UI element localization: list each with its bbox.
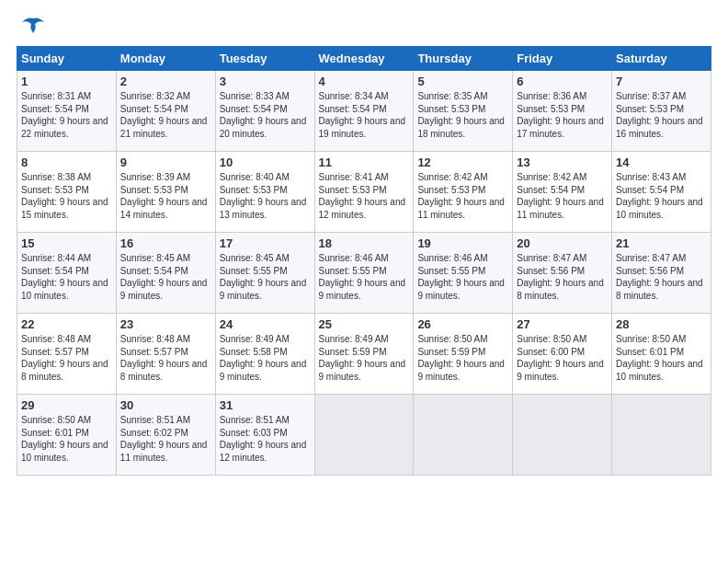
cell-details: Sunrise: 8:31 AMSunset: 5:54 PMDaylight:… xyxy=(21,91,108,139)
calendar-week-2: 8 Sunrise: 8:38 AMSunset: 5:53 PMDayligh… xyxy=(17,152,711,233)
cell-details: Sunrise: 8:39 AMSunset: 5:53 PMDaylight:… xyxy=(120,172,208,220)
day-number: 13 xyxy=(517,155,608,169)
header-row: SundayMondayTuesdayWednesdayThursdayFrid… xyxy=(17,47,711,71)
cell-details: Sunrise: 8:47 AMSunset: 5:56 PMDaylight:… xyxy=(616,253,703,301)
cell-details: Sunrise: 8:42 AMSunset: 5:53 PMDaylight:… xyxy=(417,172,505,220)
day-number: 31 xyxy=(220,398,311,412)
day-number: 19 xyxy=(417,236,508,250)
day-number: 8 xyxy=(21,155,112,169)
cell-details: Sunrise: 8:47 AMSunset: 5:56 PMDaylight:… xyxy=(517,253,604,301)
cell-details: Sunrise: 8:41 AMSunset: 5:53 PMDaylight:… xyxy=(319,172,406,220)
header-day-thursday: Thursday xyxy=(414,47,513,71)
cell-details: Sunrise: 8:32 AMSunset: 5:54 PMDaylight:… xyxy=(120,91,208,139)
cell-details: Sunrise: 8:45 AMSunset: 5:54 PMDaylight:… xyxy=(120,253,208,301)
cell-details: Sunrise: 8:50 AMSunset: 6:00 PMDaylight:… xyxy=(517,334,604,382)
cell-details: Sunrise: 8:38 AMSunset: 5:53 PMDaylight:… xyxy=(21,172,108,220)
calendar-cell: 8 Sunrise: 8:38 AMSunset: 5:53 PMDayligh… xyxy=(17,152,117,233)
day-number: 4 xyxy=(319,75,410,88)
calendar-cell: 5 Sunrise: 8:35 AMSunset: 5:53 PMDayligh… xyxy=(414,71,513,152)
calendar-cell xyxy=(314,395,414,476)
calendar-cell: 13 Sunrise: 8:42 AMSunset: 5:54 PMDaylig… xyxy=(513,152,612,233)
day-number: 1 xyxy=(21,75,112,88)
calendar-cell: 1 Sunrise: 8:31 AMSunset: 5:54 PMDayligh… xyxy=(17,71,117,152)
cell-details: Sunrise: 8:46 AMSunset: 5:55 PMDaylight:… xyxy=(319,253,406,301)
cell-details: Sunrise: 8:48 AMSunset: 5:57 PMDaylight:… xyxy=(21,334,108,382)
cell-details: Sunrise: 8:51 AMSunset: 6:02 PMDaylight:… xyxy=(120,415,208,463)
calendar-cell: 24 Sunrise: 8:49 AMSunset: 5:58 PMDaylig… xyxy=(215,314,314,395)
cell-details: Sunrise: 8:42 AMSunset: 5:54 PMDaylight:… xyxy=(517,172,604,220)
calendar-cell: 26 Sunrise: 8:50 AMSunset: 5:59 PMDaylig… xyxy=(414,314,513,395)
calendar-cell: 10 Sunrise: 8:40 AMSunset: 5:53 PMDaylig… xyxy=(215,152,314,233)
day-number: 14 xyxy=(616,155,707,169)
calendar-cell xyxy=(612,395,711,476)
header-day-tuesday: Tuesday xyxy=(215,47,314,71)
calendar-cell: 4 Sunrise: 8:34 AMSunset: 5:54 PMDayligh… xyxy=(314,71,414,152)
cell-details: Sunrise: 8:49 AMSunset: 5:59 PMDaylight:… xyxy=(319,334,406,382)
calendar-table: SundayMondayTuesdayWednesdayThursdayFrid… xyxy=(17,46,711,476)
calendar-week-5: 29 Sunrise: 8:50 AMSunset: 6:01 PMDaylig… xyxy=(17,395,711,476)
day-number: 22 xyxy=(21,317,112,331)
day-number: 24 xyxy=(220,317,311,331)
calendar-cell: 14 Sunrise: 8:43 AMSunset: 5:54 PMDaylig… xyxy=(612,152,711,233)
day-number: 9 xyxy=(120,155,211,169)
calendar-cell: 23 Sunrise: 8:48 AMSunset: 5:57 PMDaylig… xyxy=(116,314,215,395)
calendar-cell: 19 Sunrise: 8:46 AMSunset: 5:55 PMDaylig… xyxy=(414,233,513,314)
page-container: SundayMondayTuesdayWednesdayThursdayFrid… xyxy=(0,0,728,485)
calendar-cell: 7 Sunrise: 8:37 AMSunset: 5:53 PMDayligh… xyxy=(612,71,711,152)
cell-details: Sunrise: 8:45 AMSunset: 5:55 PMDaylight:… xyxy=(220,253,307,301)
calendar-cell: 30 Sunrise: 8:51 AMSunset: 6:02 PMDaylig… xyxy=(116,395,215,476)
cell-details: Sunrise: 8:43 AMSunset: 5:54 PMDaylight:… xyxy=(616,172,703,220)
cell-details: Sunrise: 8:37 AMSunset: 5:53 PMDaylight:… xyxy=(616,91,703,139)
calendar-cell: 17 Sunrise: 8:45 AMSunset: 5:55 PMDaylig… xyxy=(215,233,314,314)
calendar-cell: 3 Sunrise: 8:33 AMSunset: 5:54 PMDayligh… xyxy=(215,71,314,152)
calendar-cell: 21 Sunrise: 8:47 AMSunset: 5:56 PMDaylig… xyxy=(612,233,711,314)
day-number: 21 xyxy=(616,236,707,250)
cell-details: Sunrise: 8:51 AMSunset: 6:03 PMDaylight:… xyxy=(220,415,307,463)
day-number: 7 xyxy=(616,75,707,88)
cell-details: Sunrise: 8:46 AMSunset: 5:55 PMDaylight:… xyxy=(417,253,505,301)
calendar-cell: 28 Sunrise: 8:50 AMSunset: 6:01 PMDaylig… xyxy=(612,314,711,395)
cell-details: Sunrise: 8:49 AMSunset: 5:58 PMDaylight:… xyxy=(220,334,307,382)
header-day-wednesday: Wednesday xyxy=(314,47,414,71)
calendar-cell: 29 Sunrise: 8:50 AMSunset: 6:01 PMDaylig… xyxy=(17,395,117,476)
day-number: 23 xyxy=(120,317,211,331)
day-number: 16 xyxy=(120,236,211,250)
calendar-cell: 18 Sunrise: 8:46 AMSunset: 5:55 PMDaylig… xyxy=(314,233,414,314)
calendar-cell: 16 Sunrise: 8:45 AMSunset: 5:54 PMDaylig… xyxy=(116,233,215,314)
calendar-cell: 15 Sunrise: 8:44 AMSunset: 5:54 PMDaylig… xyxy=(17,233,117,314)
calendar-week-4: 22 Sunrise: 8:48 AMSunset: 5:57 PMDaylig… xyxy=(17,314,711,395)
header-day-monday: Monday xyxy=(116,47,215,71)
calendar-cell: 9 Sunrise: 8:39 AMSunset: 5:53 PMDayligh… xyxy=(116,152,215,233)
cell-details: Sunrise: 8:35 AMSunset: 5:53 PMDaylight:… xyxy=(417,91,505,139)
cell-details: Sunrise: 8:50 AMSunset: 5:59 PMDaylight:… xyxy=(417,334,505,382)
day-number: 11 xyxy=(319,155,410,169)
calendar-week-3: 15 Sunrise: 8:44 AMSunset: 5:54 PMDaylig… xyxy=(17,233,711,314)
header-day-sunday: Sunday xyxy=(17,47,117,71)
calendar-cell: 2 Sunrise: 8:32 AMSunset: 5:54 PMDayligh… xyxy=(116,71,215,152)
header-day-saturday: Saturday xyxy=(612,47,711,71)
day-number: 20 xyxy=(517,236,608,250)
logo-bird-icon xyxy=(20,17,46,40)
day-number: 17 xyxy=(220,236,311,250)
logo xyxy=(17,17,46,40)
day-number: 27 xyxy=(517,317,608,331)
calendar-cell: 20 Sunrise: 8:47 AMSunset: 5:56 PMDaylig… xyxy=(513,233,612,314)
cell-details: Sunrise: 8:36 AMSunset: 5:53 PMDaylight:… xyxy=(517,91,604,139)
cell-details: Sunrise: 8:33 AMSunset: 5:54 PMDaylight:… xyxy=(220,91,307,139)
header xyxy=(17,17,711,40)
calendar-cell: 27 Sunrise: 8:50 AMSunset: 6:00 PMDaylig… xyxy=(513,314,612,395)
cell-details: Sunrise: 8:44 AMSunset: 5:54 PMDaylight:… xyxy=(21,253,108,301)
calendar-cell: 25 Sunrise: 8:49 AMSunset: 5:59 PMDaylig… xyxy=(314,314,414,395)
cell-details: Sunrise: 8:48 AMSunset: 5:57 PMDaylight:… xyxy=(120,334,208,382)
day-number: 29 xyxy=(21,398,112,412)
day-number: 10 xyxy=(220,155,311,169)
cell-details: Sunrise: 8:50 AMSunset: 6:01 PMDaylight:… xyxy=(616,334,703,382)
calendar-week-1: 1 Sunrise: 8:31 AMSunset: 5:54 PMDayligh… xyxy=(17,71,711,152)
calendar-cell: 6 Sunrise: 8:36 AMSunset: 5:53 PMDayligh… xyxy=(513,71,612,152)
day-number: 18 xyxy=(319,236,410,250)
cell-details: Sunrise: 8:50 AMSunset: 6:01 PMDaylight:… xyxy=(21,415,108,463)
cell-details: Sunrise: 8:40 AMSunset: 5:53 PMDaylight:… xyxy=(220,172,307,220)
cell-details: Sunrise: 8:34 AMSunset: 5:54 PMDaylight:… xyxy=(319,91,406,139)
calendar-cell: 11 Sunrise: 8:41 AMSunset: 5:53 PMDaylig… xyxy=(314,152,414,233)
header-day-friday: Friday xyxy=(513,47,612,71)
